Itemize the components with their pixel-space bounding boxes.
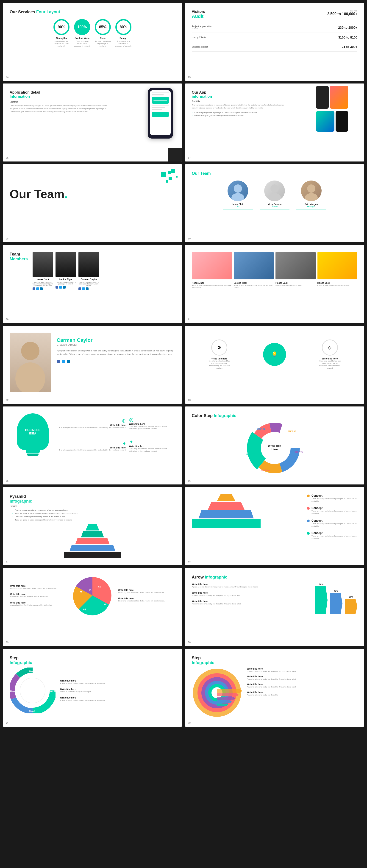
phone-small-2 <box>336 111 348 132</box>
svg-text:Here: Here <box>272 448 278 451</box>
photo-col-2 <box>234 252 274 279</box>
photo-info-3: Hoses Jack Some dream can has power to r… <box>275 282 316 288</box>
linkedin-icon-1 <box>40 287 43 290</box>
team-member-2: Mery Damon Director <box>259 181 289 210</box>
phone-small-1 <box>316 86 329 109</box>
donut-area: Write Title Here STEP 01 STEP 02 STEP 05… <box>192 423 357 473</box>
arrow-text-1: Write title here A prep at some dictum u… <box>192 583 310 588</box>
pie-left-items: Write title here It is a long establishe… <box>10 585 67 606</box>
bulb-base <box>26 450 40 454</box>
slide-number-10: 63 <box>188 399 191 401</box>
social-1 <box>33 287 53 290</box>
dark-member-3: Carmen Caylor There are many variations … <box>79 252 99 290</box>
arrow-text-3: Write title here Power to raise and puri… <box>192 600 310 605</box>
member-name-1: Henry Slate <box>223 203 253 206</box>
pyramid-layer-1 <box>86 524 99 531</box>
facebook-icon-3 <box>79 287 81 290</box>
team-members-layout: Team Members Hoses Jack A prep at some d… <box>10 252 175 290</box>
member-role-2: Director <box>259 206 289 208</box>
dark-photos-row: Hoses Jack A prep at some dictum ult has… <box>33 252 175 290</box>
slide-16: Arrow Infographic Write title here A pre… <box>185 568 364 646</box>
diamond-icon: ◇ <box>328 345 332 350</box>
member-role-1: CEO <box>223 206 253 208</box>
svg-text:STEP 03: STEP 03 <box>246 453 254 455</box>
bulb-icon-center: 💡 <box>271 351 278 358</box>
pie-layout: Write title here It is a long establishe… <box>10 575 175 616</box>
person-layout: Carmen Caylor Creative Director A prep a… <box>10 333 175 392</box>
bulb-base-2 <box>27 454 38 456</box>
py-blue <box>198 510 254 519</box>
pyramid-shape <box>10 524 175 558</box>
icon-tr: ◎ <box>129 417 175 423</box>
svg-text:STEP 04: STEP 04 <box>261 469 270 471</box>
avatar-2-img <box>264 181 285 201</box>
team-big-title: Our Team <box>10 187 64 201</box>
stat-row-3: Success project 21 to 300+ <box>192 42 357 52</box>
pyramid-layer-2 <box>81 531 104 537</box>
photo-blue <box>234 252 274 279</box>
circle-content: 100% Content Write There are many variat… <box>74 19 90 47</box>
photo-col-3 <box>275 252 316 279</box>
circle-strengths: 90% Strengths Lorem ipsum are many varia… <box>54 19 69 47</box>
step-layout: Stage 01 Stage 02 Stage 04 Stage 03 Writ… <box>10 668 175 713</box>
circle-code: 85% Code the many variations of passage … <box>95 19 111 47</box>
person-social <box>57 360 175 363</box>
concept-list: Concept There are many variations of pas… <box>307 494 357 540</box>
pie-svg: 02 03 04 05 01 <box>72 575 113 616</box>
concept-2: Concept There are many variations of pas… <box>307 506 357 515</box>
arrow-shape-3 <box>345 599 357 614</box>
slides-grid: Our Services Four Layout 90% Strengths L… <box>0 0 367 730</box>
slide-number-17: 71 <box>6 722 8 724</box>
svg-point-3 <box>268 193 281 201</box>
twitter-icon-3 <box>82 287 85 290</box>
avatar-1-img <box>227 181 248 201</box>
fb-icon <box>57 360 60 363</box>
slide-number-2: 05 <box>188 76 191 79</box>
photo-info-4: Hoses Jack A prela at some dictum ult ha… <box>317 282 358 288</box>
social-3 <box>79 287 99 290</box>
slide-4: Our App information Subtitle There are m… <box>185 84 364 161</box>
arrow-inf-layout: Write title here A prep at some dictum u… <box>192 583 357 614</box>
icon-tl: ⊕ <box>59 418 125 424</box>
concept-1: Concept There are many variations of pas… <box>307 494 357 502</box>
arrow-text-2: Write title here Power to raise and puri… <box>192 592 310 597</box>
pie-item-l1: Write title here It is a long establishe… <box>10 585 67 590</box>
step-item-3: Write title here A prep at some dictum u… <box>60 696 175 702</box>
slide-2: Visitors Audit Total Visit 2,500 to 100,… <box>185 3 364 81</box>
inf-item-right: ◇ Write title here It is a long establis… <box>318 340 341 370</box>
icon-br: ✦ <box>129 439 175 445</box>
slide-10: ⚙ Write title here It is a long establis… <box>185 326 364 404</box>
slide-18: Step Infographic <box>185 649 364 727</box>
avatar-1 <box>227 181 248 201</box>
arrow-shape-1 <box>315 586 328 614</box>
step-arr-item-2: Write title here Power to raise and puri… <box>247 675 357 680</box>
concept-dot-3 <box>307 520 310 522</box>
py-orange <box>217 494 235 501</box>
pie-item-r1: Write title here It is a long establishe… <box>118 589 175 594</box>
linkedin-icon-2 <box>63 286 66 288</box>
svg-rect-45 <box>217 700 230 703</box>
step-svg: Stage 01 Stage 02 Stage 04 Stage 03 <box>10 668 56 713</box>
member-underline-1 <box>223 209 253 210</box>
li-icon <box>67 360 70 363</box>
py-green <box>192 519 261 528</box>
twitter-icon-2 <box>59 286 62 288</box>
pyramid-layer-3 <box>75 538 110 544</box>
dark-photo-3 <box>79 252 99 277</box>
visitors-header: Visitors Audit <box>192 10 205 19</box>
py-red <box>208 502 245 510</box>
inf-desc-right: It is a long established fact that a rea… <box>318 360 341 370</box>
step-arrows-layout: Write title here Power to raise and puri… <box>192 668 357 719</box>
slide-number-7: 60 <box>6 318 8 321</box>
slide-number-11: 65 <box>6 479 8 482</box>
circles-infographic: ⚙ Write title here It is a long establis… <box>192 340 357 370</box>
member-name-2: Mery Damon <box>259 203 289 206</box>
team-members-row: Henry Slate CEO Mery Damon Director <box>192 181 357 210</box>
step-arrow-texts: Write title here Power to raise and puri… <box>247 668 357 719</box>
facebook-icon-1 <box>33 287 35 290</box>
deco-sq1 <box>168 171 171 174</box>
slide-1: Our Services Four Layout 90% Strengths L… <box>3 3 182 81</box>
app-detail-content: Application detail Information Subtitle … <box>10 90 109 113</box>
svg-text:Stage 01: Stage 01 <box>29 670 36 672</box>
linkedin-icon-3 <box>86 287 89 290</box>
